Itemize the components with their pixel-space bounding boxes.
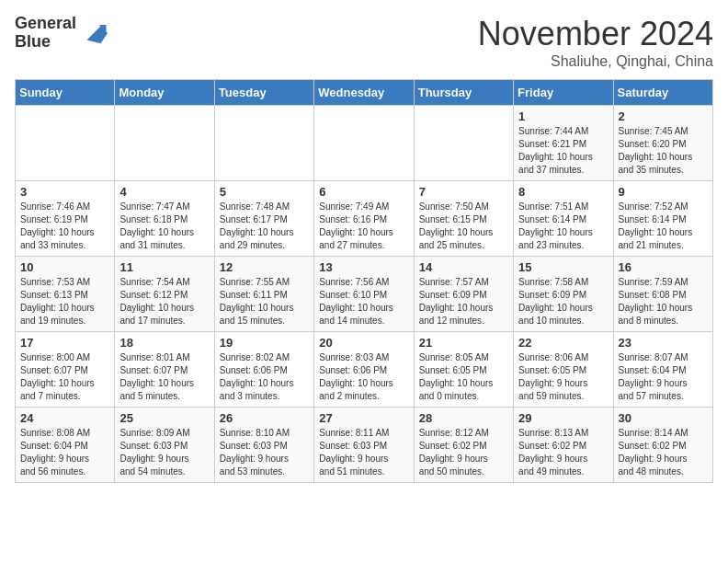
logo-line2: Blue	[15, 33, 76, 52]
calendar-cell: 28Sunrise: 8:12 AM Sunset: 6:02 PM Dayli…	[414, 408, 513, 483]
header-row: SundayMondayTuesdayWednesdayThursdayFrid…	[16, 80, 713, 106]
day-number: 30	[619, 411, 708, 425]
day-info: Sunrise: 7:54 AM Sunset: 6:12 PM Dayligh…	[119, 276, 209, 327]
week-row-3: 10Sunrise: 7:53 AM Sunset: 6:13 PM Dayli…	[16, 257, 713, 332]
logo-text: General Blue	[15, 15, 76, 52]
day-number: 17	[20, 336, 109, 350]
calendar-cell: 22Sunrise: 8:06 AM Sunset: 6:05 PM Dayli…	[514, 332, 613, 408]
day-number: 23	[619, 336, 708, 350]
day-number: 22	[518, 336, 608, 350]
day-number: 13	[319, 260, 408, 274]
day-info: Sunrise: 7:46 AM Sunset: 6:19 PM Dayligh…	[20, 201, 109, 252]
logo-icon	[80, 19, 108, 47]
day-info: Sunrise: 7:49 AM Sunset: 6:16 PM Dayligh…	[319, 201, 408, 252]
day-number: 9	[619, 185, 708, 199]
day-info: Sunrise: 7:47 AM Sunset: 6:18 PM Dayligh…	[119, 201, 209, 252]
page-header: General Blue November 2024 Shaliuhe, Qin…	[15, 15, 713, 70]
day-info: Sunrise: 8:09 AM Sunset: 6:03 PM Dayligh…	[119, 427, 209, 478]
day-info: Sunrise: 8:10 AM Sunset: 6:03 PM Dayligh…	[220, 427, 309, 478]
calendar-cell: 14Sunrise: 7:57 AM Sunset: 6:09 PM Dayli…	[414, 257, 513, 332]
calendar-cell	[214, 106, 313, 181]
day-number: 5	[220, 185, 309, 199]
day-number: 11	[119, 260, 209, 274]
calendar-cell: 26Sunrise: 8:10 AM Sunset: 6:03 PM Dayli…	[214, 408, 313, 483]
calendar-cell: 17Sunrise: 8:00 AM Sunset: 6:07 PM Dayli…	[16, 332, 115, 408]
day-number: 4	[119, 185, 209, 199]
calendar-cell: 24Sunrise: 8:08 AM Sunset: 6:04 PM Dayli…	[16, 408, 115, 483]
logo: General Blue	[15, 15, 108, 52]
calendar-cell: 3Sunrise: 7:46 AM Sunset: 6:19 PM Daylig…	[16, 181, 115, 257]
calendar-cell: 5Sunrise: 7:48 AM Sunset: 6:17 PM Daylig…	[214, 181, 313, 257]
day-number: 24	[20, 411, 109, 425]
calendar-cell	[414, 106, 513, 181]
day-number: 1	[518, 109, 608, 123]
day-number: 19	[220, 336, 309, 350]
calendar-cell: 21Sunrise: 8:05 AM Sunset: 6:05 PM Dayli…	[414, 332, 513, 408]
calendar-cell: 19Sunrise: 8:02 AM Sunset: 6:06 PM Dayli…	[214, 332, 313, 408]
header-day-wednesday: Wednesday	[314, 80, 414, 106]
day-number: 28	[419, 411, 508, 425]
week-row-5: 24Sunrise: 8:08 AM Sunset: 6:04 PM Dayli…	[16, 408, 713, 483]
header-day-tuesday: Tuesday	[214, 80, 313, 106]
calendar-cell: 29Sunrise: 8:13 AM Sunset: 6:02 PM Dayli…	[514, 408, 613, 483]
calendar-cell: 10Sunrise: 7:53 AM Sunset: 6:13 PM Dayli…	[16, 257, 115, 332]
day-info: Sunrise: 8:13 AM Sunset: 6:02 PM Dayligh…	[518, 427, 608, 478]
calendar-cell: 30Sunrise: 8:14 AM Sunset: 6:02 PM Dayli…	[613, 408, 712, 483]
week-row-2: 3Sunrise: 7:46 AM Sunset: 6:19 PM Daylig…	[16, 181, 713, 257]
day-number: 20	[319, 336, 408, 350]
day-number: 14	[419, 260, 508, 274]
title-block: November 2024 Shaliuhe, Qinghai, China	[478, 15, 713, 70]
calendar-cell: 27Sunrise: 8:11 AM Sunset: 6:03 PM Dayli…	[314, 408, 414, 483]
calendar-cell: 23Sunrise: 8:07 AM Sunset: 6:04 PM Dayli…	[613, 332, 712, 408]
day-number: 3	[20, 185, 109, 199]
calendar-cell: 7Sunrise: 7:50 AM Sunset: 6:15 PM Daylig…	[414, 181, 513, 257]
calendar-cell: 25Sunrise: 8:09 AM Sunset: 6:03 PM Dayli…	[115, 408, 214, 483]
calendar-cell	[16, 106, 115, 181]
header-day-monday: Monday	[115, 80, 214, 106]
week-row-4: 17Sunrise: 8:00 AM Sunset: 6:07 PM Dayli…	[16, 332, 713, 408]
day-info: Sunrise: 7:51 AM Sunset: 6:14 PM Dayligh…	[518, 201, 608, 252]
day-info: Sunrise: 8:14 AM Sunset: 6:02 PM Dayligh…	[619, 427, 708, 478]
day-info: Sunrise: 7:53 AM Sunset: 6:13 PM Dayligh…	[20, 276, 109, 327]
header-day-thursday: Thursday	[414, 80, 513, 106]
calendar-cell: 6Sunrise: 7:49 AM Sunset: 6:16 PM Daylig…	[314, 181, 414, 257]
calendar-cell: 2Sunrise: 7:45 AM Sunset: 6:20 PM Daylig…	[613, 106, 712, 181]
location: Shaliuhe, Qinghai, China	[478, 53, 713, 70]
day-number: 2	[619, 109, 708, 123]
header-day-sunday: Sunday	[16, 80, 115, 106]
day-number: 8	[518, 185, 608, 199]
day-number: 26	[220, 411, 309, 425]
day-number: 27	[319, 411, 408, 425]
calendar-cell: 15Sunrise: 7:58 AM Sunset: 6:09 PM Dayli…	[514, 257, 613, 332]
calendar-cell: 4Sunrise: 7:47 AM Sunset: 6:18 PM Daylig…	[115, 181, 214, 257]
day-info: Sunrise: 8:07 AM Sunset: 6:04 PM Dayligh…	[619, 351, 708, 403]
day-number: 16	[619, 260, 708, 274]
calendar-cell: 9Sunrise: 7:52 AM Sunset: 6:14 PM Daylig…	[613, 181, 712, 257]
day-info: Sunrise: 7:55 AM Sunset: 6:11 PM Dayligh…	[220, 276, 309, 327]
calendar-cell: 16Sunrise: 7:59 AM Sunset: 6:08 PM Dayli…	[613, 257, 712, 332]
calendar-cell	[314, 106, 414, 181]
day-info: Sunrise: 7:56 AM Sunset: 6:10 PM Dayligh…	[319, 276, 408, 327]
day-info: Sunrise: 7:45 AM Sunset: 6:20 PM Dayligh…	[619, 125, 708, 177]
calendar-cell: 20Sunrise: 8:03 AM Sunset: 6:06 PM Dayli…	[314, 332, 414, 408]
day-number: 12	[220, 260, 309, 274]
day-info: Sunrise: 8:11 AM Sunset: 6:03 PM Dayligh…	[319, 427, 408, 478]
calendar-header: SundayMondayTuesdayWednesdayThursdayFrid…	[16, 80, 713, 106]
day-number: 29	[518, 411, 608, 425]
day-info: Sunrise: 8:01 AM Sunset: 6:07 PM Dayligh…	[119, 351, 209, 403]
day-info: Sunrise: 8:03 AM Sunset: 6:06 PM Dayligh…	[319, 351, 408, 403]
day-info: Sunrise: 7:50 AM Sunset: 6:15 PM Dayligh…	[419, 201, 508, 252]
day-number: 21	[419, 336, 508, 350]
day-info: Sunrise: 8:05 AM Sunset: 6:05 PM Dayligh…	[419, 351, 508, 403]
logo-line1: General	[15, 15, 76, 33]
day-info: Sunrise: 8:02 AM Sunset: 6:06 PM Dayligh…	[220, 351, 309, 403]
calendar-cell: 11Sunrise: 7:54 AM Sunset: 6:12 PM Dayli…	[115, 257, 214, 332]
calendar-cell: 18Sunrise: 8:01 AM Sunset: 6:07 PM Dayli…	[115, 332, 214, 408]
calendar-cell: 8Sunrise: 7:51 AM Sunset: 6:14 PM Daylig…	[514, 181, 613, 257]
day-info: Sunrise: 7:44 AM Sunset: 6:21 PM Dayligh…	[518, 125, 608, 177]
day-info: Sunrise: 8:06 AM Sunset: 6:05 PM Dayligh…	[518, 351, 608, 403]
day-number: 7	[419, 185, 508, 199]
day-info: Sunrise: 8:00 AM Sunset: 6:07 PM Dayligh…	[20, 351, 109, 403]
calendar-cell	[115, 106, 214, 181]
day-number: 18	[119, 336, 209, 350]
